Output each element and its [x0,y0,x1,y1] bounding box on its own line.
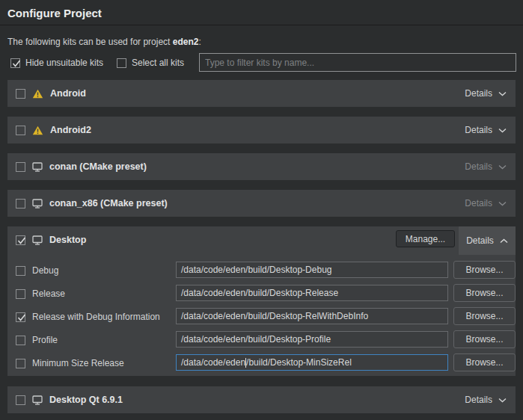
kit-row-conan-x86: conan_x86 (CMake preset) Details [7,190,516,217]
intro-text-before: The following kits can be used for proje… [7,37,173,47]
desktop-icon [32,395,43,405]
config-checkbox[interactable] [16,289,25,299]
warning-icon [32,126,43,135]
checkmark-icon [16,235,27,246]
kit-checkbox[interactable] [16,89,25,99]
kit-name: Desktop Qt 6.9.1 [49,395,123,405]
details-toggle[interactable]: Details [465,88,507,99]
kit-name: Desktop [49,235,86,245]
kit-checkbox[interactable] [16,395,25,405]
kit-row-desktop-qt: Desktop Qt 6.9.1 Details [7,386,516,413]
config-label: Profile [32,335,58,345]
config-label: Minimum Size Release [32,358,124,368]
config-label: Release with Debug Information [32,312,160,322]
config-label: Debug [32,265,58,276]
details-toggle[interactable]: Details [465,395,507,405]
details-label: Details [465,198,492,209]
chevron-down-icon [498,201,507,206]
hide-unsuitable-kits-label: Hide unsuitable kits [25,58,103,68]
kit-row-android: Android Details [7,80,516,107]
build-dir-value: /data/code/eden/build/Desktop-Profile [181,334,331,345]
config-checkbox[interactable] [16,312,25,322]
build-dir-value: /data/code/eden [181,357,245,368]
intro-text-after: : [198,37,201,47]
config-row-debug: Debug /data/code/eden/build/Desktop-Debu… [7,262,516,280]
config-row-minsizerel: Minimum Size Release /data/code/eden/bui… [7,354,516,372]
select-all-kits-label: Select all kits [132,58,184,68]
details-label: Details [465,125,492,135]
details-label: Details [465,395,492,405]
kit-name: conan_x86 (CMake preset) [49,198,168,209]
build-dir-value: /data/code/eden/build/Desktop-Debug [181,265,331,275]
browse-button[interactable]: Browse... [453,353,516,371]
details-toggle[interactable]: Details [465,198,507,209]
details-toggle[interactable]: Details [465,161,507,172]
build-dir-value: /data/code/eden/build/Desktop-Release [181,288,338,298]
details-label: Details [465,161,492,172]
browse-button[interactable]: Browse... [453,330,516,348]
select-all-kits-checkbox[interactable]: Select all kits [117,58,184,68]
kit-name: conan (CMake preset) [49,161,147,172]
build-dir-value: /build/Desktop-MinSizeRel [246,357,352,368]
browse-button[interactable]: Browse... [453,284,516,302]
details-toggle[interactable]: Details [465,125,507,135]
kit-row-desktop-expanded: Details Desktop Manage... Debug /data/co… [7,226,516,376]
page-title: Configure Project [7,7,102,19]
config-label: Release [32,288,65,299]
build-dir-value: /data/code/eden/build/Desktop-RelWithDeb… [181,311,368,321]
config-row-relwithdebinfo: Release with Debug Information /data/cod… [7,308,516,326]
kit-checkbox[interactable] [16,162,25,172]
build-dir-input[interactable]: /data/code/eden/build/Desktop-Profile [176,331,448,348]
kit-checkbox[interactable] [16,199,25,209]
desktop-icon [32,235,43,245]
hide-unsuitable-kits-checkbox[interactable]: Hide unsuitable kits [10,58,103,68]
kit-name: Android2 [50,125,91,135]
chevron-down-icon [498,164,507,170]
build-dir-input-focused[interactable]: /data/code/eden/build/Desktop-MinSizeRel [176,354,448,371]
manage-kits-button[interactable]: Manage... [396,230,455,247]
kit-name: Android [50,88,86,99]
browse-button[interactable]: Browse... [453,307,516,325]
config-row-release: Release /data/code/eden/build/Desktop-Re… [7,285,516,303]
checkbox-checked[interactable] [10,58,20,68]
chevron-down-icon [498,128,507,133]
build-dir-input[interactable]: /data/code/eden/build/Desktop-RelWithDeb… [176,308,448,324]
chevron-down-icon [498,398,507,403]
browse-button[interactable]: Browse... [453,261,516,279]
config-checkbox[interactable] [16,266,25,276]
config-checkbox[interactable] [16,359,25,368]
chevron-down-icon [498,91,507,96]
kit-filter-input[interactable] [199,53,516,72]
title-separator [0,25,523,25]
project-name: eden2 [173,37,199,47]
kit-row-conan: conan (CMake preset) Details [7,153,516,180]
kit-row-android2: Android2 Details [7,117,516,143]
warning-icon [32,89,43,99]
config-checkbox[interactable] [16,336,25,345]
checkbox-unchecked[interactable] [117,58,126,68]
config-row-profile: Profile /data/code/eden/build/Desktop-Pr… [7,331,516,349]
checkmark-icon [16,312,27,323]
build-dir-input[interactable]: /data/code/eden/build/Desktop-Release [176,285,448,301]
details-label: Details [465,88,492,99]
checkmark-icon [11,58,22,69]
desktop-icon [32,199,43,209]
kit-checkbox[interactable] [16,126,25,135]
intro-text: The following kits can be used for proje… [7,37,201,47]
desktop-icon [32,162,43,172]
build-dir-input[interactable]: /data/code/eden/build/Desktop-Debug [176,262,448,278]
kit-checkbox[interactable] [16,235,25,245]
